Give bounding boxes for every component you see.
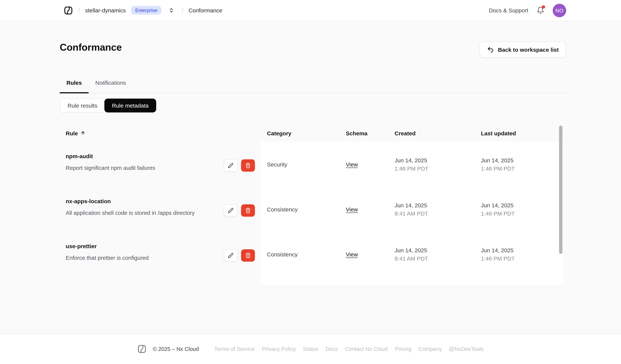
created-date: Jun 14, 2025	[395, 202, 427, 208]
delete-rule-button[interactable]	[241, 249, 255, 262]
trash-icon	[245, 253, 251, 258]
rule-description: All application shell code is stored in …	[66, 209, 224, 216]
footer-link-privacy[interactable]: Privacy Policy	[262, 346, 296, 352]
sticky-column-filler	[60, 277, 261, 285]
created-date: Jun 14, 2025	[395, 157, 427, 163]
column-header-last-updated[interactable]: Last updated	[475, 130, 563, 136]
updated-time: 1:46 PM PDT	[481, 210, 515, 216]
plan-badge: Enterprise	[131, 6, 162, 15]
view-schema-link[interactable]: View	[346, 206, 358, 212]
rule-metadata-toggle[interactable]: Rule metadata	[104, 99, 156, 112]
updated-time: 1:46 PM PDT	[481, 165, 515, 171]
last-updated-cell: Jun 14, 2025 1:46 PM PDT	[475, 187, 563, 232]
chevron-up-down-icon	[168, 7, 175, 14]
last-updated-cell: Jun 14, 2025 1:46 PM PDT	[475, 142, 563, 187]
schema-cell: View	[340, 232, 389, 277]
tab-rules[interactable]: Rules	[60, 79, 89, 93]
rule-description: Report significant npm audit failures	[66, 165, 224, 171]
table-row: npm-audit Report significant npm audit f…	[60, 142, 563, 187]
footer: © 2025 – Nx Cloud Terms of Service Priva…	[0, 334, 621, 364]
undo-arrow-icon	[487, 46, 494, 53]
column-header-created[interactable]: Created	[389, 130, 475, 136]
footer-link-docs[interactable]: Docs	[326, 346, 338, 352]
edit-rule-button[interactable]	[224, 204, 238, 217]
vertical-scrollbar[interactable]	[559, 126, 562, 254]
updated-date: Jun 14, 2025	[481, 247, 514, 253]
back-button-label: Back to workspace list	[498, 47, 559, 53]
breadcrumb-current-page: Conformance	[189, 7, 222, 14]
main-content: Conformance Back to workspace list Rules…	[0, 21, 621, 334]
app-window: / stellar-dynamics Enterprise / Conforma…	[0, 0, 621, 364]
avatar[interactable]: NO	[553, 3, 566, 17]
footer-link-terms[interactable]: Terms of Service	[214, 346, 255, 352]
row-actions	[224, 249, 255, 262]
created-cell: Jun 14, 2025 8:41 AM PDT	[389, 187, 475, 232]
last-updated-cell: Jun 14, 2025 1:46 PM PDT	[475, 232, 563, 277]
copyright-text: © 2025 – Nx Cloud	[153, 346, 199, 352]
table-row: nx-apps-location All application shell c…	[60, 187, 563, 232]
rule-info: use-prettier Enforce that prettier is co…	[66, 243, 224, 261]
pencil-icon	[228, 163, 234, 168]
rule-name: npm-audit	[66, 153, 224, 160]
footer-link-contact[interactable]: Contact Nx Cloud	[345, 346, 388, 352]
nx-cloud-footer-logo-icon	[138, 345, 146, 353]
category-value: Consistency	[267, 206, 297, 212]
rule-cell: use-prettier Enforce that prettier is co…	[60, 232, 261, 277]
tab-notifications[interactable]: Notifications	[89, 79, 133, 93]
pencil-icon	[228, 253, 234, 258]
created-cell: Jun 14, 2025 8:41 AM PDT	[389, 232, 475, 277]
trash-icon	[245, 163, 251, 168]
edit-rule-button[interactable]	[224, 249, 238, 262]
delete-rule-button[interactable]	[241, 159, 255, 172]
page-header: Conformance Back to workspace list	[60, 42, 566, 58]
rule-info: nx-apps-location All application shell c…	[66, 198, 224, 216]
view-schema-link[interactable]: View	[346, 251, 358, 257]
category-cell: Consistency	[261, 232, 340, 277]
column-header-rule[interactable]: Rule	[60, 130, 261, 136]
workspace-name[interactable]: stellar-dynamics	[85, 7, 126, 14]
delete-rule-button[interactable]	[241, 204, 255, 217]
breadcrumb-separator-icon: /	[182, 7, 183, 14]
row-actions	[224, 204, 255, 217]
schema-cell: View	[340, 187, 389, 232]
back-to-workspace-list-button[interactable]: Back to workspace list	[480, 42, 566, 58]
footer-link-pricing[interactable]: Pricing	[395, 346, 412, 352]
sort-ascending-icon	[80, 130, 86, 136]
updated-date: Jun 14, 2025	[481, 202, 514, 208]
trash-icon	[245, 208, 251, 213]
created-cell: Jun 14, 2025 1:46 PM PDT	[389, 142, 475, 187]
top-navbar: / stellar-dynamics Enterprise / Conforma…	[0, 0, 621, 21]
rule-name: nx-apps-location	[66, 198, 224, 205]
category-cell: Security	[261, 142, 340, 187]
rule-info: npm-audit Report significant npm audit f…	[66, 153, 224, 171]
breadcrumb-separator-icon: /	[78, 7, 80, 14]
navbar-actions: Docs & Support NO	[489, 3, 566, 17]
schema-cell: View	[340, 142, 389, 187]
view-schema-link[interactable]: View	[346, 161, 358, 167]
column-header-schema[interactable]: Schema	[340, 130, 389, 136]
row-actions	[224, 159, 255, 172]
rules-table: Rule Category Schema Created Last update…	[60, 125, 563, 285]
category-value: Security	[267, 161, 287, 167]
footer-link-twitter[interactable]: @NxDevTools	[449, 346, 483, 352]
footer-link-company[interactable]: Company	[419, 346, 442, 352]
nx-cloud-logo-icon[interactable]	[64, 6, 73, 15]
footer-link-status[interactable]: Status	[303, 346, 318, 352]
rule-cell: nx-apps-location All application shell c…	[60, 187, 261, 232]
edit-rule-button[interactable]	[224, 159, 238, 172]
rule-results-toggle[interactable]: Rule results	[60, 99, 108, 112]
column-header-category[interactable]: Category	[261, 130, 340, 136]
rule-description: Enforce that prettier is configured	[66, 254, 224, 261]
category-cell: Consistency	[261, 187, 340, 232]
footer-links: Terms of Service Privacy Policy Status D…	[214, 346, 483, 352]
created-date: Jun 14, 2025	[395, 247, 427, 253]
table-header-row: Rule Category Schema Created Last update…	[60, 125, 563, 142]
docs-support-link[interactable]: Docs & Support	[489, 7, 528, 14]
notifications-button[interactable]	[536, 6, 544, 14]
updated-date: Jun 14, 2025	[481, 157, 514, 163]
created-time: 1:46 PM PDT	[395, 165, 428, 171]
pencil-icon	[228, 208, 234, 213]
workspace-switcher-button[interactable]	[168, 6, 175, 14]
breadcrumb: / stellar-dynamics Enterprise / Conforma…	[64, 6, 222, 15]
table-row: use-prettier Enforce that prettier is co…	[60, 232, 563, 277]
